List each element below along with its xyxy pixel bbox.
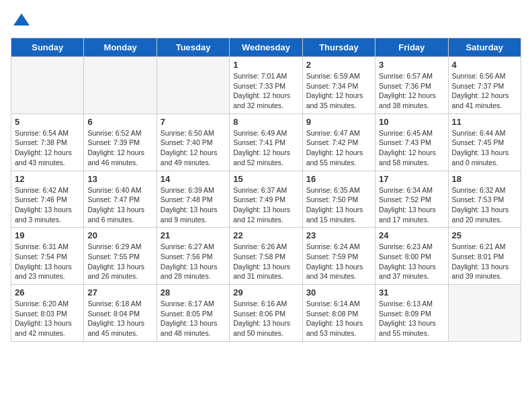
day-info: Sunrise: 6:24 AM Sunset: 7:59 PM Dayligh… [306,242,371,281]
calendar-cell: 6Sunrise: 6:52 AM Sunset: 7:39 PM Daylig… [84,113,157,171]
day-info: Sunrise: 6:54 AM Sunset: 7:38 PM Dayligh… [15,128,80,168]
calendar-cell: 12Sunrise: 6:42 AM Sunset: 7:46 PM Dayli… [11,171,84,228]
calendar-cell: 27Sunrise: 6:18 AM Sunset: 8:04 PM Dayli… [84,285,157,342]
day-info: Sunrise: 6:32 AM Sunset: 7:53 PM Dayligh… [452,185,517,225]
day-number: 9 [306,117,371,127]
day-info: Sunrise: 6:59 AM Sunset: 7:34 PM Dayligh… [306,71,371,111]
day-info: Sunrise: 6:34 AM Sunset: 7:52 PM Dayligh… [379,185,444,225]
day-info: Sunrise: 6:50 AM Sunset: 7:40 PM Dayligh… [161,128,226,168]
day-info: Sunrise: 6:26 AM Sunset: 7:58 PM Dayligh… [233,242,298,281]
day-info: Sunrise: 6:39 AM Sunset: 7:48 PM Dayligh… [161,185,226,225]
calendar-week-3: 12Sunrise: 6:42 AM Sunset: 7:46 PM Dayli… [11,171,521,228]
calendar-cell [84,57,157,114]
day-number: 29 [233,287,298,298]
day-number: 25 [452,230,517,240]
day-number: 14 [161,174,226,184]
day-number: 3 [379,60,444,70]
day-number: 7 [161,117,226,127]
day-info: Sunrise: 6:37 AM Sunset: 7:49 PM Dayligh… [233,185,298,225]
calendar-week-2: 5Sunrise: 6:54 AM Sunset: 7:38 PM Daylig… [11,113,521,171]
logo-icon [12,11,31,30]
day-info: Sunrise: 6:16 AM Sunset: 8:06 PM Dayligh… [233,299,298,338]
day-info: Sunrise: 6:13 AM Sunset: 8:09 PM Dayligh… [379,299,444,338]
day-number: 21 [161,230,226,240]
day-info: Sunrise: 6:23 AM Sunset: 8:00 PM Dayligh… [379,242,444,281]
calendar-cell: 16Sunrise: 6:35 AM Sunset: 7:50 PM Dayli… [302,171,375,228]
day-info: Sunrise: 6:40 AM Sunset: 7:47 PM Dayligh… [87,185,152,225]
calendar-week-1: 1Sunrise: 7:01 AM Sunset: 7:33 PM Daylig… [11,57,521,114]
calendar-cell: 15Sunrise: 6:37 AM Sunset: 7:49 PM Dayli… [230,171,302,228]
calendar-cell: 14Sunrise: 6:39 AM Sunset: 7:48 PM Dayli… [157,171,229,228]
day-number: 22 [233,230,298,240]
day-number: 17 [379,174,444,184]
calendar-cell: 17Sunrise: 6:34 AM Sunset: 7:52 PM Dayli… [375,171,448,228]
day-info: Sunrise: 6:29 AM Sunset: 7:55 PM Dayligh… [87,242,152,281]
day-number: 27 [87,287,152,298]
calendar-cell: 21Sunrise: 6:27 AM Sunset: 7:56 PM Dayli… [157,228,229,285]
calendar-cell: 5Sunrise: 6:54 AM Sunset: 7:38 PM Daylig… [11,113,84,171]
day-info: Sunrise: 6:21 AM Sunset: 8:01 PM Dayligh… [452,242,517,281]
calendar-cell: 10Sunrise: 6:45 AM Sunset: 7:43 PM Dayli… [375,113,448,171]
calendar-cell: 11Sunrise: 6:44 AM Sunset: 7:45 PM Dayli… [448,113,521,171]
svg-rect-1 [19,21,24,26]
calendar-cell: 9Sunrise: 6:47 AM Sunset: 7:42 PM Daylig… [302,113,375,171]
day-number: 23 [306,230,371,240]
day-header-monday: Monday [84,38,157,57]
day-info: Sunrise: 6:49 AM Sunset: 7:41 PM Dayligh… [233,128,298,168]
day-number: 30 [306,287,371,298]
calendar-cell: 23Sunrise: 6:24 AM Sunset: 7:59 PM Dayli… [302,228,375,285]
calendar-cell: 4Sunrise: 6:56 AM Sunset: 7:37 PM Daylig… [448,57,521,114]
day-number: 10 [379,117,444,127]
day-info: Sunrise: 6:45 AM Sunset: 7:43 PM Dayligh… [379,128,444,168]
calendar-week-5: 26Sunrise: 6:20 AM Sunset: 8:03 PM Dayli… [11,285,521,342]
calendar-cell: 8Sunrise: 6:49 AM Sunset: 7:41 PM Daylig… [230,113,302,171]
day-number: 15 [233,174,298,184]
calendar-cell: 25Sunrise: 6:21 AM Sunset: 8:01 PM Dayli… [448,228,521,285]
day-info: Sunrise: 6:47 AM Sunset: 7:42 PM Dayligh… [306,128,371,168]
day-number: 11 [452,117,517,127]
day-info: Sunrise: 6:20 AM Sunset: 8:03 PM Dayligh… [15,299,80,338]
day-info: Sunrise: 6:44 AM Sunset: 7:45 PM Dayligh… [452,128,517,168]
day-header-tuesday: Tuesday [157,38,229,57]
day-info: Sunrise: 6:17 AM Sunset: 8:05 PM Dayligh… [161,299,226,338]
day-number: 13 [87,174,152,184]
calendar-cell: 20Sunrise: 6:29 AM Sunset: 7:55 PM Dayli… [84,228,157,285]
day-number: 31 [379,287,444,298]
calendar-cell [157,57,229,114]
calendar-cell: 3Sunrise: 6:57 AM Sunset: 7:36 PM Daylig… [375,57,448,114]
day-number: 18 [452,174,517,184]
day-header-sunday: Sunday [11,38,84,57]
day-number: 20 [87,230,152,240]
day-info: Sunrise: 6:57 AM Sunset: 7:36 PM Dayligh… [379,71,444,111]
calendar-week-4: 19Sunrise: 6:31 AM Sunset: 7:54 PM Dayli… [11,228,521,285]
calendar-cell: 29Sunrise: 6:16 AM Sunset: 8:06 PM Dayli… [230,285,302,342]
calendar-cell [11,57,84,114]
day-header-wednesday: Wednesday [230,38,302,57]
calendar-table: SundayMondayTuesdayWednesdayThursdayFrid… [11,38,521,342]
calendar-cell [448,285,521,342]
day-info: Sunrise: 6:56 AM Sunset: 7:37 PM Dayligh… [452,71,517,111]
calendar-cell: 26Sunrise: 6:20 AM Sunset: 8:03 PM Dayli… [11,285,84,342]
calendar-header: SundayMondayTuesdayWednesdayThursdayFrid… [11,38,521,57]
day-number: 8 [233,117,298,127]
day-info: Sunrise: 6:35 AM Sunset: 7:50 PM Dayligh… [306,185,371,225]
day-number: 2 [306,60,371,70]
calendar-cell: 13Sunrise: 6:40 AM Sunset: 7:47 PM Dayli… [84,171,157,228]
day-info: Sunrise: 6:14 AM Sunset: 8:08 PM Dayligh… [306,299,371,338]
day-number: 6 [87,117,152,127]
calendar-cell: 28Sunrise: 6:17 AM Sunset: 8:05 PM Dayli… [157,285,229,342]
calendar-cell: 2Sunrise: 6:59 AM Sunset: 7:34 PM Daylig… [302,57,375,114]
day-header-thursday: Thursday [302,38,375,57]
calendar-cell: 30Sunrise: 6:14 AM Sunset: 8:08 PM Dayli… [302,285,375,342]
calendar-cell: 7Sunrise: 6:50 AM Sunset: 7:40 PM Daylig… [157,113,229,171]
day-info: Sunrise: 6:18 AM Sunset: 8:04 PM Dayligh… [87,299,152,338]
day-number: 19 [15,230,80,240]
day-number: 4 [452,60,517,70]
day-number: 24 [379,230,444,240]
day-number: 12 [15,174,80,184]
calendar-cell: 31Sunrise: 6:13 AM Sunset: 8:09 PM Dayli… [375,285,448,342]
day-number: 16 [306,174,371,184]
day-number: 5 [15,117,80,127]
logo [11,11,31,30]
calendar-cell: 22Sunrise: 6:26 AM Sunset: 7:58 PM Dayli… [230,228,302,285]
